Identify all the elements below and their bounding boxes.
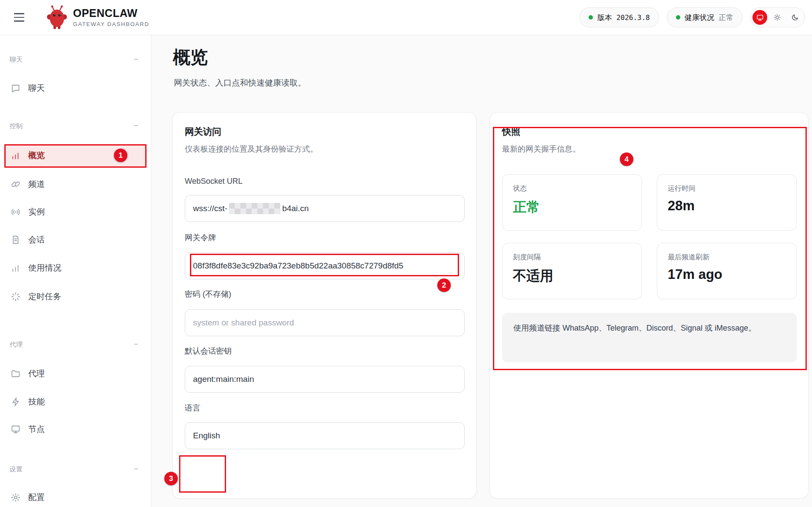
sidebar-item-agents[interactable]: 代理 xyxy=(3,362,147,385)
language-label: 语言 xyxy=(185,403,200,413)
sidebar-section-control: 控制− xyxy=(10,122,140,130)
page-subtitle: 网关状态、入口点和快速健康读取。 xyxy=(174,77,306,89)
redacted-pixelation xyxy=(229,203,280,214)
uptime-value: 28m xyxy=(668,198,786,214)
stat-tick-interval: 刻度间隔 不适用 xyxy=(502,243,642,299)
brand-title: OPENCLAW xyxy=(73,8,150,19)
gear-icon xyxy=(10,492,21,503)
theme-system-button[interactable] xyxy=(752,10,767,25)
theme-light-button[interactable] xyxy=(770,10,785,25)
health-badge: 健康状况 正常 xyxy=(667,7,742,27)
mascot-lobster-icon xyxy=(47,5,67,30)
brand-subtitle: GATEWAY DASHBOARD xyxy=(73,21,150,27)
token-label: 网关令牌 xyxy=(185,232,216,243)
gateway-card-title: 网关访问 xyxy=(185,126,221,138)
hamburger-menu-icon[interactable] xyxy=(14,13,24,22)
loader-icon xyxy=(10,292,21,302)
channels-note: 使用频道链接 WhatsApp、Telegram、Discord、Signal … xyxy=(502,313,797,362)
sidebar-item-usage[interactable]: 使用情况 xyxy=(3,257,147,279)
page-title: 概览 xyxy=(173,45,208,69)
version-status-dot xyxy=(589,15,593,20)
link-icon xyxy=(10,179,21,189)
password-label: 密码 (不存储) xyxy=(185,289,231,299)
snapshot-card: 快照 最新的网关握手信息。 状态 正常 运行时间 28m 刻度间隔 不适用 最后… xyxy=(489,112,809,499)
version-label: 版本 xyxy=(597,13,612,23)
session-key-label: 默认会话密钥 xyxy=(185,346,232,356)
sun-icon xyxy=(773,13,781,21)
gateway-access-card: 网关访问 仪表板连接的位置及其身份验证方式。 WebSocket URL wss… xyxy=(172,112,476,499)
sidebar-section-settings: 设置− xyxy=(10,465,140,474)
stat-last-refresh: 最后频道刷新 17m ago xyxy=(657,243,797,299)
sidebar: 聊天− 聊天 控制− 概览 频道 实例 xyxy=(0,35,151,507)
stat-uptime: 运行时间 28m xyxy=(657,174,797,231)
document-icon xyxy=(10,235,21,245)
chat-bubble-icon xyxy=(10,83,21,93)
app-header: OPENCLAW GATEWAY DASHBOARD 版本 2026.3.8 健… xyxy=(0,0,812,35)
ws-url-suffix: b4ai.cn xyxy=(282,204,309,213)
ws-url-prefix: wss://cst- xyxy=(193,204,227,213)
health-label: 健康状况 xyxy=(685,13,714,23)
last-refresh-value: 17m ago xyxy=(668,267,786,282)
sidebar-section-chat: 聊天− xyxy=(10,55,140,64)
sidebar-item-nodes[interactable]: 节点 xyxy=(3,418,147,441)
monitor-icon xyxy=(756,14,764,21)
password-input[interactable] xyxy=(185,309,465,336)
sidebar-item-sessions[interactable]: 会话 xyxy=(3,229,147,251)
sidebar-item-scheduled-tasks[interactable]: 定时任务 xyxy=(3,285,147,308)
snapshot-card-description: 最新的网关握手信息。 xyxy=(502,144,580,154)
ws-url-label: WebSocket URL xyxy=(185,177,243,186)
theme-switcher xyxy=(750,7,805,27)
health-value: 正常 xyxy=(719,13,733,23)
theme-dark-button[interactable] xyxy=(787,10,802,25)
collapse-icon[interactable]: − xyxy=(134,55,140,64)
sidebar-item-instances[interactable]: 实例 xyxy=(3,201,147,223)
moon-icon xyxy=(791,14,799,21)
sidebar-item-config[interactable]: 配置 xyxy=(3,486,147,507)
sidebar-item-overview[interactable]: 概览 xyxy=(3,144,147,167)
bar-chart-icon xyxy=(10,150,21,161)
version-value: 2026.3.8 xyxy=(616,13,650,22)
gateway-token-input[interactable] xyxy=(185,252,465,279)
stat-status: 状态 正常 xyxy=(502,174,642,231)
collapse-icon[interactable]: − xyxy=(134,340,140,349)
bar-chart-icon xyxy=(10,263,21,273)
zap-icon xyxy=(10,397,21,407)
collapse-icon[interactable]: − xyxy=(134,122,140,130)
health-status-dot xyxy=(676,15,680,20)
collapse-icon[interactable]: − xyxy=(134,465,140,474)
language-input[interactable] xyxy=(185,422,465,449)
tick-interval-value: 不适用 xyxy=(513,267,631,285)
ws-url-input[interactable]: wss://cst- b4ai.cn xyxy=(185,195,465,222)
monitor-icon xyxy=(10,424,21,434)
snapshot-card-title: 快照 xyxy=(502,126,520,138)
broadcast-icon xyxy=(10,207,21,217)
folder-icon xyxy=(10,368,21,379)
sidebar-section-agents: 代理− xyxy=(10,340,140,349)
version-badge: 版本 2026.3.8 xyxy=(579,7,659,27)
status-value: 正常 xyxy=(513,198,631,216)
sidebar-item-skills[interactable]: 技能 xyxy=(3,391,147,413)
sidebar-item-channels[interactable]: 频道 xyxy=(3,173,147,196)
sidebar-item-chat[interactable]: 聊天 xyxy=(3,77,147,99)
session-key-input[interactable] xyxy=(185,366,465,393)
brand-logo: OPENCLAW GATEWAY DASHBOARD xyxy=(47,5,150,30)
gateway-card-description: 仪表板连接的位置及其身份验证方式。 xyxy=(185,144,318,154)
